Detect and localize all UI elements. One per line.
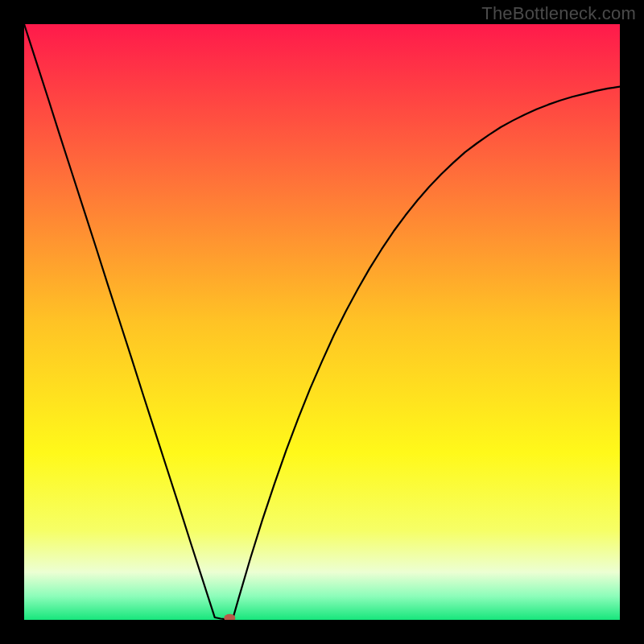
watermark-text: TheBottleneck.com bbox=[481, 3, 636, 24]
plot-area bbox=[24, 24, 620, 620]
chart-svg bbox=[24, 24, 620, 620]
gradient-background bbox=[24, 24, 620, 620]
chart-frame: TheBottleneck.com bbox=[0, 0, 644, 644]
